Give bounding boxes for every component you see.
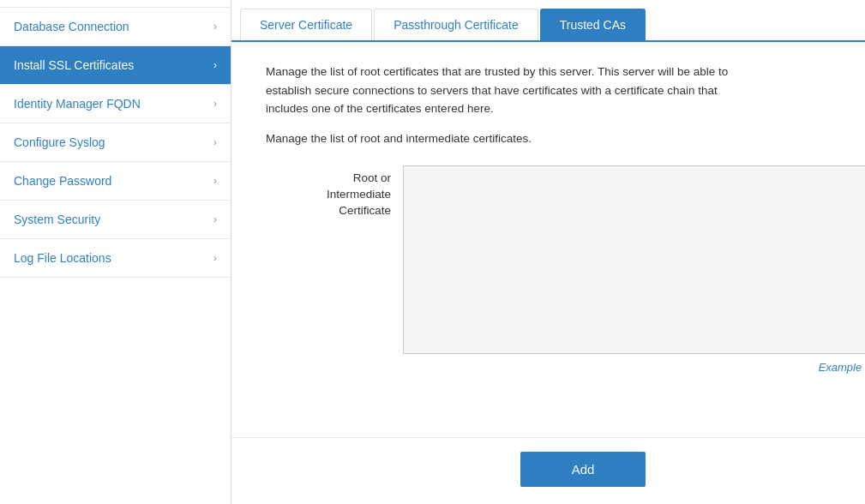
main-content: Server CertificatePassthrough Certificat…: [231, 0, 865, 504]
tab-trusted-cas[interactable]: Trusted CAs: [540, 9, 646, 40]
chevron-right-icon: ›: [213, 252, 217, 264]
chevron-right-icon: ›: [213, 98, 217, 110]
sidebar-item-label: Install SSL Certificates: [14, 58, 134, 72]
sidebar-item-label: System Security: [14, 213, 100, 226]
chevron-right-icon: ›: [213, 59, 217, 71]
add-button[interactable]: Add: [520, 452, 646, 487]
sidebar-item-system-security[interactable]: System Security›: [0, 201, 231, 239]
sidebar-item-configure-syslog[interactable]: Configure Syslog›: [0, 123, 231, 162]
chevron-right-icon: ›: [213, 136, 217, 148]
sidebar-item-label: Configure Syslog: [14, 135, 105, 149]
sidebar-item-identity-manager-fqdn[interactable]: Identity Manager FQDN›: [0, 85, 231, 123]
certificate-textarea[interactable]: [403, 165, 865, 354]
tab-server-certificate[interactable]: Server Certificate: [240, 9, 372, 40]
sidebar-item-install-ssl-certificates[interactable]: Install SSL Certificates›: [0, 46, 231, 85]
manage-text: Manage the list of root and intermediate…: [266, 132, 865, 145]
certificate-label: Root or Intermediate Certificate: [266, 165, 403, 219]
sidebar-item-label: Identity Manager FQDN: [14, 97, 141, 111]
example-link-row: Example Format: [266, 361, 865, 374]
certificate-form-row: Root or Intermediate Certificate: [266, 165, 865, 354]
chevron-right-icon: ›: [213, 175, 217, 187]
sidebar-item-label: Database Connection: [14, 20, 129, 33]
sidebar-item-database-connection[interactable]: Database Connection›: [0, 7, 231, 46]
sidebar-item-label: Change Password: [14, 174, 111, 188]
sidebar: Database Connection›Install SSL Certific…: [0, 0, 231, 504]
tab-passthrough-certificate[interactable]: Passthrough Certificate: [374, 9, 538, 40]
label-line3: Certificate: [339, 204, 391, 217]
label-line1: Root or: [353, 171, 391, 184]
sidebar-item-change-password[interactable]: Change Password›: [0, 162, 231, 201]
content-area: Manage the list of root certificates tha…: [231, 42, 865, 437]
label-line2: Intermediate: [327, 188, 391, 201]
sidebar-item-log-file-locations[interactable]: Log File Locations›: [0, 239, 231, 278]
description-text: Manage the list of root certificates tha…: [266, 63, 763, 118]
example-format-link[interactable]: Example Format: [819, 361, 865, 374]
chevron-right-icon: ›: [213, 21, 217, 33]
sidebar-item-label: Log File Locations: [14, 251, 111, 265]
bottom-area: Add: [231, 437, 865, 504]
tabs-container: Server CertificatePassthrough Certificat…: [231, 0, 865, 42]
chevron-right-icon: ›: [213, 213, 217, 225]
